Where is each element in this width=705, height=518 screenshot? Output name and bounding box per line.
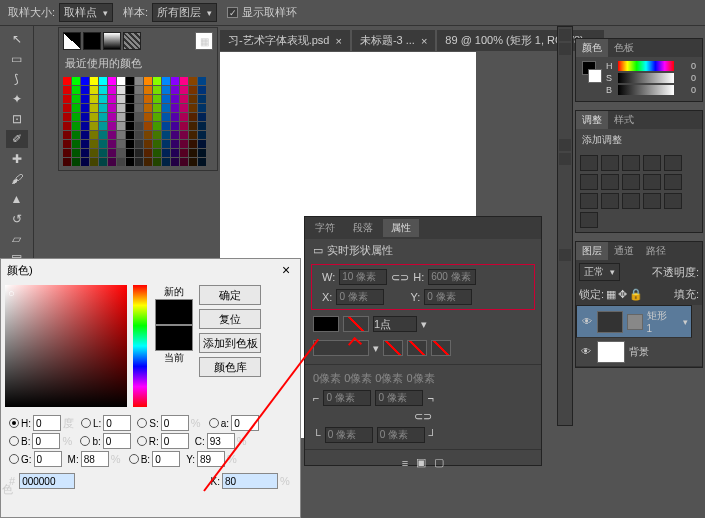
- hex-field[interactable]: [19, 473, 75, 489]
- swatch[interactable]: [144, 131, 152, 139]
- swatch[interactable]: [189, 158, 197, 166]
- adj-photo-icon[interactable]: [622, 174, 640, 190]
- swatch[interactable]: [171, 158, 179, 166]
- c-field[interactable]: [207, 433, 235, 449]
- swatch[interactable]: [99, 131, 107, 139]
- r-radio[interactable]: [137, 436, 147, 446]
- swatch[interactable]: [153, 131, 161, 139]
- swatch[interactable]: [198, 140, 206, 148]
- adj-gradient-icon[interactable]: [643, 193, 661, 209]
- stamp-tool-icon[interactable]: ▲: [6, 190, 28, 208]
- lock-pixels-icon[interactable]: ▦: [606, 288, 616, 301]
- fg-color-icon[interactable]: [83, 32, 101, 50]
- swatch[interactable]: [198, 149, 206, 157]
- adj-mixer-icon[interactable]: [643, 174, 661, 190]
- panel-menu-icon[interactable]: ▦: [195, 32, 213, 50]
- lock-pos-icon[interactable]: ✥: [618, 288, 627, 301]
- w-field[interactable]: [339, 269, 387, 285]
- bb-radio[interactable]: [129, 454, 139, 464]
- swatch[interactable]: [108, 149, 116, 157]
- brush-tool-icon[interactable]: 🖌: [6, 170, 28, 188]
- swatch[interactable]: [81, 86, 89, 94]
- swatch[interactable]: [63, 86, 71, 94]
- adj-exposure-icon[interactable]: [643, 155, 661, 171]
- swatch[interactable]: [180, 131, 188, 139]
- swatch[interactable]: [90, 95, 98, 103]
- history-brush-icon[interactable]: ↺: [6, 210, 28, 228]
- swatch[interactable]: [108, 95, 116, 103]
- blend-mode-select[interactable]: 正常: [579, 263, 620, 281]
- close-icon[interactable]: ×: [278, 262, 294, 278]
- swatch[interactable]: [108, 77, 116, 85]
- swatch[interactable]: [144, 95, 152, 103]
- swatch[interactable]: [171, 122, 179, 130]
- adj-poster-icon[interactable]: [601, 193, 619, 209]
- combine-icon[interactable]: ▣: [416, 456, 426, 469]
- swatch[interactable]: [135, 113, 143, 121]
- swatch[interactable]: [198, 95, 206, 103]
- swatch[interactable]: [135, 149, 143, 157]
- swatch[interactable]: [189, 86, 197, 94]
- dropdown-icon[interactable]: ▾: [373, 342, 379, 355]
- swatch[interactable]: [189, 140, 197, 148]
- swatch[interactable]: [189, 122, 197, 130]
- bv-field[interactable]: [32, 433, 60, 449]
- adj-threshold-icon[interactable]: [622, 193, 640, 209]
- tab-para[interactable]: 段落: [345, 219, 381, 237]
- link-corners-icon[interactable]: ⊂⊃: [414, 410, 432, 423]
- corner-bl-field[interactable]: [325, 427, 373, 443]
- move-tool-icon[interactable]: ↖: [6, 30, 28, 48]
- swatch[interactable]: [153, 149, 161, 157]
- swatch[interactable]: [72, 77, 80, 85]
- heal-tool-icon[interactable]: ✚: [6, 150, 28, 168]
- color-lib-button[interactable]: 颜色库: [199, 357, 261, 377]
- swatch[interactable]: [153, 122, 161, 130]
- swatch[interactable]: [117, 104, 125, 112]
- swatch[interactable]: [171, 104, 179, 112]
- swatch[interactable]: [135, 122, 143, 130]
- crop-tool-icon[interactable]: ⊡: [6, 110, 28, 128]
- swatch[interactable]: [117, 86, 125, 94]
- swatch-grid[interactable]: [59, 73, 217, 170]
- b-field[interactable]: [103, 433, 131, 449]
- swatch[interactable]: [108, 140, 116, 148]
- swatch[interactable]: [108, 131, 116, 139]
- tab-layers[interactable]: 图层: [576, 242, 608, 260]
- swatch[interactable]: [180, 140, 188, 148]
- g-radio[interactable]: [9, 454, 19, 464]
- swatch[interactable]: [99, 77, 107, 85]
- bg-swatch[interactable]: [588, 69, 602, 83]
- swatch[interactable]: [189, 95, 197, 103]
- swatch[interactable]: [153, 140, 161, 148]
- swatch[interactable]: [99, 122, 107, 130]
- swatch[interactable]: [99, 158, 107, 166]
- swatch[interactable]: [180, 86, 188, 94]
- layer-name[interactable]: 矩形 1: [647, 309, 674, 334]
- swatch[interactable]: [81, 104, 89, 112]
- layer-mask-thumb[interactable]: [627, 314, 642, 330]
- b-radio[interactable]: [80, 436, 90, 446]
- swatch[interactable]: [144, 77, 152, 85]
- swatch[interactable]: [126, 131, 134, 139]
- stroke-swatch[interactable]: [343, 316, 369, 332]
- swatch[interactable]: [81, 131, 89, 139]
- dock-icon[interactable]: [559, 43, 571, 55]
- s-radio[interactable]: [137, 418, 147, 428]
- swatch[interactable]: [171, 86, 179, 94]
- h-radio[interactable]: [9, 418, 19, 428]
- s-slider[interactable]: [618, 73, 674, 83]
- swatch[interactable]: [171, 140, 179, 148]
- x-field[interactable]: [336, 289, 384, 305]
- swatch[interactable]: [153, 77, 161, 85]
- swatch[interactable]: [117, 95, 125, 103]
- sample-size-select[interactable]: 取样点: [59, 3, 113, 22]
- swatch[interactable]: [117, 77, 125, 85]
- swatch[interactable]: [81, 113, 89, 121]
- swatch[interactable]: [162, 158, 170, 166]
- swatch[interactable]: [117, 158, 125, 166]
- swatch[interactable]: [198, 104, 206, 112]
- swatch[interactable]: [72, 95, 80, 103]
- swatch[interactable]: [63, 95, 71, 103]
- visibility-icon[interactable]: 👁: [580, 316, 593, 328]
- align-edges-icon[interactable]: ≡: [402, 457, 408, 469]
